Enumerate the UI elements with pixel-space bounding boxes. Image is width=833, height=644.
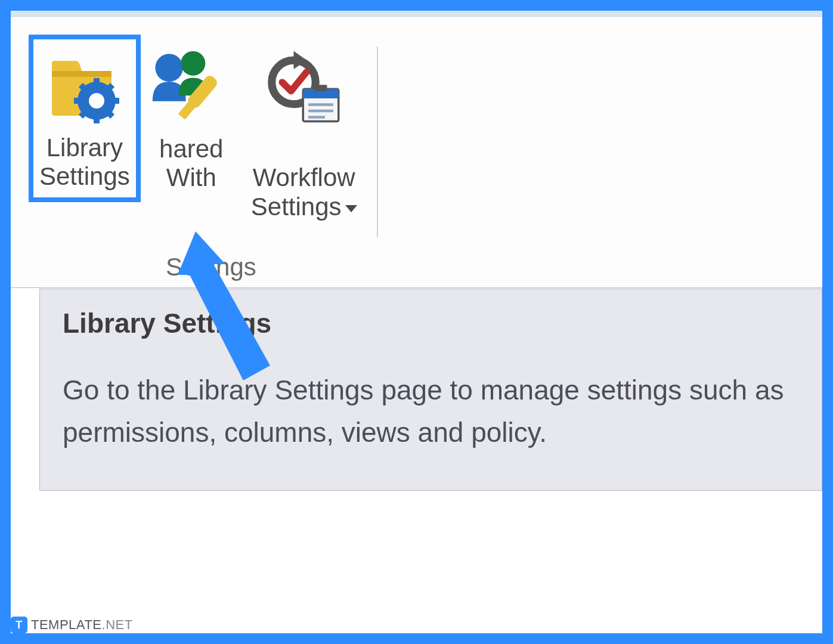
workflow-settings-button[interactable]: Workflow Settings	[242, 35, 366, 227]
watermark-suffix: .NET	[102, 617, 133, 633]
shared-with-icon	[150, 49, 233, 130]
svg-rect-1	[52, 71, 112, 77]
svg-rect-6	[74, 98, 81, 104]
svg-rect-7	[112, 98, 119, 104]
tooltip-panel: Library Settings Go to the Library Setti…	[39, 289, 822, 491]
ribbon-settings-group: Library Settings hared With	[11, 17, 822, 288]
library-settings-button[interactable]: Library Settings	[29, 35, 141, 202]
svg-point-3	[89, 93, 104, 109]
shared-with-button[interactable]: hared With	[141, 35, 242, 199]
svg-point-12	[155, 54, 183, 82]
workflow-settings-icon	[262, 49, 346, 130]
watermark-brand: TEMPLATE	[31, 617, 102, 633]
svg-rect-19	[314, 85, 327, 91]
ribbon-top-bar	[11, 11, 822, 17]
library-settings-label: Library Settings	[39, 134, 130, 191]
library-settings-icon	[43, 48, 126, 129]
screenshot-frame: Library Settings hared With	[0, 0, 833, 644]
chevron-down-icon	[345, 205, 357, 212]
watermark-icon: T	[11, 617, 27, 633]
watermark: T TEMPLATE.NET	[11, 617, 133, 633]
svg-rect-4	[94, 78, 100, 85]
svg-rect-5	[94, 116, 100, 123]
shared-with-label: hared With	[159, 135, 223, 193]
tooltip-description: Go to the Library Settings page to manag…	[63, 369, 799, 454]
tooltip-title: Library Settings	[63, 307, 799, 339]
svg-point-13	[181, 51, 205, 75]
ribbon-group-separator	[377, 47, 378, 237]
workflow-settings-label: Workflow Settings	[251, 135, 357, 221]
ribbon-group-label: Settings	[166, 253, 256, 281]
